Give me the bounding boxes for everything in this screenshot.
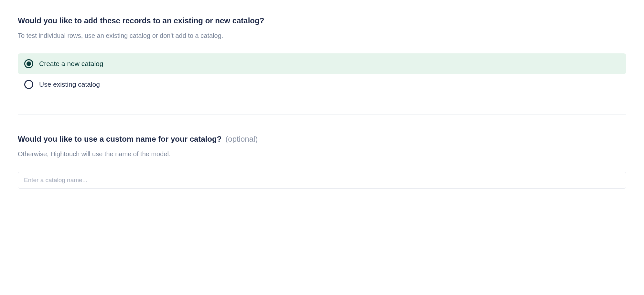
catalog-choice-subtitle: To test individual rows, use an existing…	[18, 31, 626, 40]
catalog-name-title-row: Would you like to use a custom name for …	[18, 134, 626, 144]
catalog-name-section: Would you like to use a custom name for …	[18, 134, 626, 189]
catalog-name-title: Would you like to use a custom name for …	[18, 134, 221, 144]
catalog-radio-group: Create a new catalog Use existing catalo…	[18, 53, 626, 95]
radio-option-existing-catalog[interactable]: Use existing catalog	[18, 74, 626, 95]
radio-label-create: Create a new catalog	[39, 60, 103, 68]
catalog-name-input[interactable]	[18, 172, 626, 189]
radio-label-existing: Use existing catalog	[39, 81, 100, 88]
radio-unchecked-icon	[24, 80, 33, 89]
optional-label: (optional)	[225, 135, 258, 144]
radio-option-create-catalog[interactable]: Create a new catalog	[18, 53, 626, 74]
catalog-choice-section: Would you like to add these records to a…	[18, 16, 626, 95]
section-divider	[18, 114, 626, 115]
catalog-choice-title: Would you like to add these records to a…	[18, 16, 626, 26]
radio-checked-icon	[24, 59, 33, 68]
catalog-name-subtitle: Otherwise, Hightouch will use the name o…	[18, 149, 626, 159]
